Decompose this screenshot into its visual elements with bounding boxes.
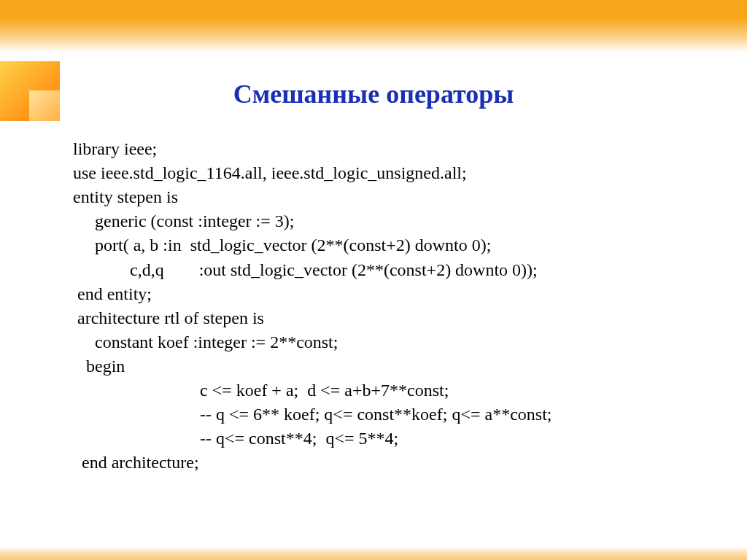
- code-block: library ieee; use ieee.std_logic_1164.al…: [73, 137, 718, 475]
- top-gradient-bar: [0, 0, 747, 52]
- slide-title: Смешанные операторы: [0, 79, 747, 109]
- bottom-gradient-bar: [0, 547, 747, 560]
- slide: Смешанные операторы library ieee; use ie…: [0, 0, 747, 560]
